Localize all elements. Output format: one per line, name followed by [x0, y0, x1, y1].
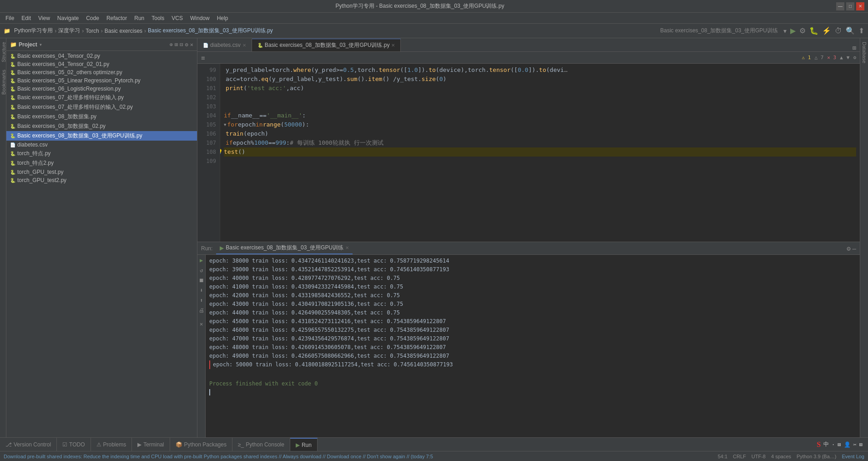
menu-window[interactable]: Window — [187, 14, 213, 22]
menu-code[interactable]: Code — [82, 14, 103, 22]
py-icon: 🐍 — [10, 170, 15, 175]
bc-python-project[interactable]: Python学习专用 — [14, 27, 53, 35]
search-button[interactable]: 🔍 — [846, 26, 855, 35]
close-button[interactable]: ✕ — [856, 2, 864, 10]
settings-icon[interactable]: ⚙ — [853, 55, 856, 61]
tree-item[interactable]: 🐍Basic exercises_05_Linear Regression_Py… — [6, 76, 197, 85]
project-locate-icon[interactable]: ⊕ — [170, 41, 173, 48]
python-console-tab[interactable]: ≥_ Python Console — [232, 438, 290, 451]
menu-navigate[interactable]: Navigate — [54, 14, 82, 22]
tree-item[interactable]: 🐍torch_特点2.py — [6, 158, 197, 168]
maximize-button[interactable]: □ — [846, 2, 854, 10]
tab-csv-close[interactable]: ✕ — [242, 43, 246, 48]
project-dropdown-icon[interactable]: ▾ — [39, 41, 42, 48]
debug-button[interactable]: 🐛 — [809, 26, 818, 35]
menu-edit[interactable]: Edit — [18, 14, 35, 22]
bc-deep-learning[interactable]: 深度学习 — [58, 27, 80, 35]
run-tab-close[interactable]: ✕ — [345, 245, 349, 250]
coverage-button[interactable]: ⚡ — [822, 26, 831, 35]
ime-person[interactable]: 👤 — [844, 441, 851, 448]
run-close-button[interactable]: ✕ — [198, 320, 205, 328]
project-collapse-icon[interactable]: ⊟ — [180, 41, 183, 48]
ime-cn[interactable]: 中 — [823, 441, 829, 448]
tree-item[interactable]: 🐍Basic exercises_07_处理多维特征的输入_02.py — [6, 102, 197, 112]
tab-py-close[interactable]: ✕ — [391, 43, 395, 48]
bc-basic-exercises[interactable]: Basic exercises — [105, 28, 142, 34]
settings-icon[interactable]: ⚙ — [847, 245, 850, 252]
tree-item[interactable]: 🐍torch_特点.py — [6, 149, 197, 158]
run-tab[interactable]: ▶ Basic exercises_08_加数据集_03_使用GPU训练 ✕ — [216, 242, 353, 254]
scroll-up-icon[interactable]: ▲ — [840, 55, 843, 61]
run-tab-bottom[interactable]: ▶ Run — [290, 438, 318, 451]
run-scroll-end-button[interactable]: ⬇ — [198, 287, 205, 294]
tree-item[interactable]: 🐍torch_GPU_test2.py — [6, 176, 197, 184]
encoding[interactable]: UTF-8 — [752, 454, 766, 459]
terminal-tab[interactable]: ▶ Terminal — [132, 438, 170, 451]
run-scroll-top-button[interactable]: ⬆ — [198, 297, 205, 304]
structure-tab[interactable]: Structure — [0, 38, 6, 66]
ime-apps[interactable]: ⊞ — [859, 441, 863, 448]
fold-icon-105[interactable]: ▼ — [224, 120, 226, 129]
project-hide-icon[interactable]: ✕ — [190, 41, 193, 48]
run-play-button[interactable]: ▶ — [198, 257, 205, 264]
menu-view[interactable]: View — [35, 14, 54, 22]
menu-vcs[interactable]: VCS — [168, 14, 187, 22]
todo-tab[interactable]: ☑ TODO — [57, 438, 91, 451]
build-button[interactable]: ⚙ — [799, 26, 806, 35]
tree-item[interactable]: 🐍Basic exercises_05_02_others optimizer.… — [6, 68, 197, 76]
project-expand-icon[interactable]: ⊞ — [175, 41, 178, 48]
menu-run[interactable]: Run — [131, 14, 148, 22]
tree-item[interactable]: 🐍Basic exercises_06_LogisticRegression.p… — [6, 85, 197, 93]
tree-item[interactable]: 🐍Basic exercises_07_处理多维特征的输入.py — [6, 93, 197, 102]
code-area[interactable]: 99 100 101 102 103 104 105 106 107 108 1… — [197, 64, 860, 242]
bulb-icon[interactable]: 💡 — [220, 147, 223, 157]
tree-item[interactable]: 🐍torch_GPU_test.py — [6, 168, 197, 176]
tree-item[interactable]: 📄diabetes.csv — [6, 141, 197, 149]
minimize-panel-icon[interactable]: — — [853, 245, 856, 252]
scroll-down-icon[interactable]: ▼ — [847, 55, 850, 61]
bookmarks-tab[interactable]: Bookmarks — [0, 66, 6, 98]
run-rerun-button[interactable]: ↺ — [198, 267, 205, 274]
run-stop-button[interactable]: ⏹ — [198, 277, 205, 284]
error-indicator[interactable]: ✕ 3 — [827, 55, 836, 61]
tree-item[interactable]: 🐍Basic exercises_08_加数据集.py — [6, 112, 197, 122]
update-button[interactable]: ⬆ — [858, 26, 864, 35]
menu-help[interactable]: Help — [213, 14, 232, 22]
problems-tab[interactable]: ⚠ Problems — [91, 438, 132, 451]
profile-button[interactable]: ⏱ — [835, 27, 842, 35]
menu-tools[interactable]: Tools — [148, 14, 168, 22]
run-print-button[interactable]: 🖨 — [198, 307, 205, 314]
python-packages-tab[interactable]: 📦 Python Packages — [170, 438, 232, 451]
minimize-button[interactable]: — — [836, 2, 844, 10]
code-editor[interactable]: y_pred_label = torch.where(y_pred >= 0.5… — [220, 64, 860, 242]
database-tab[interactable]: Database — [861, 40, 868, 65]
ime-dot[interactable]: · — [832, 441, 835, 448]
ime-table[interactable]: ⊞ — [838, 441, 841, 448]
menu-refactor[interactable]: Refactor — [103, 14, 131, 22]
run-panel-controls: ⚙ — — [847, 245, 856, 252]
python-version[interactable]: Python 3.9 (Ba…) — [797, 454, 836, 459]
indent-setting[interactable]: 4 spaces — [771, 454, 791, 459]
ime-scissors[interactable]: ✂ — [853, 441, 857, 448]
window-controls: — □ ✕ — [836, 2, 864, 10]
line-sep[interactable]: CRLF — [733, 454, 746, 459]
tree-item[interactable]: 🐍Basic exercises_08_加数据集_02.py — [6, 122, 197, 131]
tree-item[interactable]: 🐍Basic exercises_04_Tensor_02_01.py — [6, 60, 197, 68]
toolbar-left-icon[interactable]: ≡ — [201, 54, 205, 61]
bc-torch[interactable]: Torch — [86, 28, 99, 34]
weak-warning-indicator[interactable]: △ 7 — [814, 55, 823, 61]
run-button[interactable]: ▶ — [790, 26, 796, 35]
tab-csv[interactable]: 📄 diabetes.csv ✕ — [197, 39, 252, 51]
tree-item[interactable]: 🐍Basic exercises_04_Tensor_02.py — [6, 52, 197, 60]
version-control-tab[interactable]: ⎇ Version Control — [0, 438, 57, 451]
menu-file[interactable]: File — [2, 14, 18, 22]
tab-expand-icon[interactable]: ⊞ — [853, 44, 856, 51]
project-settings-icon[interactable]: ⚙ — [185, 41, 188, 48]
notification-text[interactable]: Download pre-built shared indexes: Reduc… — [4, 454, 433, 459]
run-config-dropdown[interactable]: ▾ — [783, 27, 787, 35]
cursor-position[interactable]: 54:1 — [718, 454, 727, 459]
tab-py[interactable]: 🐍 Basic exercises_08_加数据集_03_使用GPU训练.py … — [252, 39, 401, 51]
tree-item-selected[interactable]: 🐍Basic exercises_08_加数据集_03_使用GPU训练.py — [6, 131, 197, 141]
warning-indicator[interactable]: ⚠ 1 — [802, 55, 811, 61]
event-log[interactable]: Event Log — [842, 454, 864, 459]
